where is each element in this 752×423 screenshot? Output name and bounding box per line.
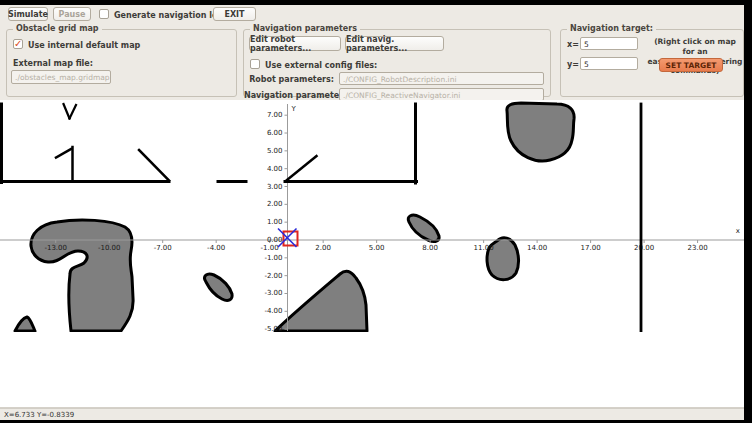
obstacle-blob bbox=[31, 220, 133, 331]
app-window: Simulate Pause Generate navigation log f… bbox=[0, 5, 744, 420]
obstacle-blob bbox=[507, 103, 574, 161]
edit-navig-parameters-button[interactable]: Edit navig. parameters... bbox=[345, 36, 444, 51]
nav-panel-title: Navigation parameters bbox=[250, 24, 360, 33]
map-canvas[interactable]: -13.00-10.00-7.00-4.00-1.002.005.008.001… bbox=[0, 100, 744, 332]
navigation-target-panel: Navigation target: x= 5 y= 5 (Right clic… bbox=[560, 29, 744, 97]
y-tick-label: -5.00 bbox=[264, 325, 282, 332]
x-tick-label: 17.00 bbox=[581, 244, 601, 252]
x-tick-label: -13.00 bbox=[44, 244, 67, 252]
y-tick-label: -2.00 bbox=[264, 272, 282, 280]
map-wall bbox=[287, 156, 317, 180]
y-tick-label: 5.00 bbox=[267, 147, 283, 155]
target-y-input[interactable]: 5 bbox=[580, 57, 638, 70]
x-tick-label: 8.00 bbox=[422, 244, 438, 252]
use-external-config-label: Use external config files: bbox=[265, 61, 377, 70]
generate-log-checkbox[interactable] bbox=[99, 9, 109, 19]
target-x-input[interactable]: 5 bbox=[580, 37, 638, 50]
map-wall bbox=[56, 149, 71, 158]
hint-line1: (Right click on map for an bbox=[654, 37, 736, 56]
y-tick-label: 6.00 bbox=[267, 129, 283, 137]
cursor-coordinates: X=6.733 Y=-0.8339 bbox=[4, 411, 74, 419]
target-y-label: y= bbox=[567, 60, 579, 69]
edit-robot-parameters-button[interactable]: Edit robot parameters... bbox=[249, 36, 341, 51]
x-tick-label: 20.00 bbox=[634, 244, 654, 252]
pause-button[interactable]: Pause bbox=[53, 7, 91, 21]
x-tick-label: -4.00 bbox=[207, 244, 225, 252]
use-internal-map-label: Use internal default map bbox=[28, 41, 140, 50]
obstacle-grid-map-panel: Obstacle grid map ✓ Use internal default… bbox=[6, 29, 237, 97]
target-x-label: x= bbox=[567, 40, 579, 49]
y-tick-label: -3.00 bbox=[264, 289, 282, 297]
y-tick-label: -1.00 bbox=[264, 254, 282, 262]
map-wall bbox=[70, 105, 77, 119]
navigation-parameters-panel: Navigation parameters Edit robot paramet… bbox=[243, 29, 551, 97]
external-map-file-input[interactable]: ./obstacles_map.gridmap bbox=[11, 70, 111, 84]
y-tick-label: 2.00 bbox=[267, 200, 283, 208]
external-map-file-label: External map file: bbox=[13, 59, 93, 68]
x-tick-label: -10.00 bbox=[98, 244, 121, 252]
y-tick-label: 7.00 bbox=[267, 111, 283, 119]
obstacle-blob bbox=[15, 317, 35, 331]
map-wall bbox=[139, 150, 169, 181]
lower-blank-area bbox=[0, 332, 744, 408]
set-target-button[interactable]: SET TARGET bbox=[659, 58, 723, 72]
status-bar: X=6.733 Y=-0.8339 bbox=[0, 408, 744, 420]
y-tick-label: 1.00 bbox=[267, 218, 283, 226]
use-external-config-checkbox[interactable] bbox=[250, 59, 260, 69]
y-tick-label: 0.00 bbox=[267, 236, 283, 244]
robot-parameters-input[interactable]: ./CONFIG_RobotDescription.ini bbox=[339, 72, 544, 85]
target-panel-title: Navigation target: bbox=[567, 24, 656, 33]
exit-button[interactable]: EXIT bbox=[213, 7, 256, 21]
obstacle-panel-title: Obstacle grid map bbox=[13, 24, 102, 33]
x-tick-label: 2.00 bbox=[315, 244, 331, 252]
x-tick-label: -7.00 bbox=[154, 244, 172, 252]
y-tick-label: 4.00 bbox=[267, 165, 283, 173]
x-tick-label: 14.00 bbox=[527, 244, 547, 252]
use-internal-map-checkbox[interactable]: ✓ bbox=[13, 39, 23, 49]
y-axis-title: Y bbox=[291, 105, 297, 113]
x-tick-label: -1.00 bbox=[261, 244, 279, 252]
x-tick-label: 5.00 bbox=[369, 244, 385, 252]
x-axis-title: x bbox=[736, 227, 740, 235]
robot-parameters-label: Robot parameters: bbox=[244, 75, 334, 84]
x-tick-label: 23.00 bbox=[688, 244, 708, 252]
y-tick-label: -4.00 bbox=[264, 307, 282, 315]
simulate-button[interactable]: Simulate bbox=[8, 7, 48, 21]
obstacle-blob bbox=[205, 274, 233, 300]
desktop-background: Simulate Pause Generate navigation log f… bbox=[0, 0, 752, 423]
x-tick-label: 11.00 bbox=[474, 244, 494, 252]
map-svg: -13.00-10.00-7.00-4.00-1.002.005.008.001… bbox=[0, 100, 744, 332]
navigation-parameters-label: Navigation parameters: bbox=[244, 91, 334, 100]
obstacle-blob bbox=[275, 271, 367, 331]
obstacle-blob bbox=[408, 215, 439, 241]
y-tick-label: 3.00 bbox=[267, 183, 283, 191]
map-wall bbox=[64, 104, 70, 119]
